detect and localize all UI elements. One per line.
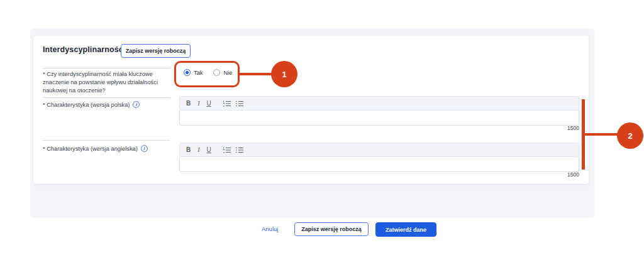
editor-toolbar: B I U bbox=[179, 143, 579, 157]
rich-text-editor-polish: B I U bbox=[179, 96, 579, 126]
annotation-connector-2 bbox=[584, 133, 618, 136]
info-icon[interactable]: i bbox=[133, 101, 140, 108]
annotation-box-radio-group bbox=[174, 61, 240, 87]
save-draft-button-bottom[interactable]: Zapisz wersję roboczą bbox=[294, 222, 369, 236]
underline-button[interactable]: U bbox=[207, 147, 211, 153]
char-counter-english: 1500 bbox=[567, 171, 579, 178]
char-counter-polish: 1500 bbox=[567, 125, 579, 131]
page-title: Interdyscyplinarność bbox=[43, 45, 123, 54]
field-label-english: * Charakterystyka (wersja angielska) i bbox=[43, 145, 148, 152]
section-divider bbox=[43, 140, 170, 141]
bold-button[interactable]: B bbox=[186, 147, 191, 153]
ordered-list-icon[interactable] bbox=[223, 100, 231, 107]
field-label-text: * Charakterystyka (wersja polska) bbox=[43, 102, 130, 108]
form-card: Interdyscyplinarność Zapisz wersję roboc… bbox=[33, 36, 589, 184]
rich-text-editor-english: B I U bbox=[179, 143, 579, 172]
ordered-list-icon[interactable] bbox=[223, 147, 231, 153]
cancel-button[interactable]: Anuluj bbox=[262, 225, 278, 232]
bold-button[interactable]: B bbox=[186, 100, 191, 107]
italic-button[interactable]: I bbox=[197, 100, 199, 107]
underline-button[interactable]: U bbox=[207, 100, 211, 107]
editor-textarea-english[interactable] bbox=[179, 157, 579, 172]
question-label: * Czy interdyscyplinarność miała kluczow… bbox=[43, 70, 177, 94]
save-draft-button-top[interactable]: Zapisz wersję roboczą bbox=[121, 44, 191, 58]
editor-toolbar: B I U bbox=[179, 96, 579, 111]
section-divider bbox=[43, 68, 170, 68]
unordered-list-icon[interactable] bbox=[236, 100, 243, 107]
section-divider bbox=[43, 97, 170, 98]
annotation-connector-1 bbox=[240, 73, 272, 75]
submit-button[interactable]: Zatwierdź dane bbox=[375, 222, 436, 237]
annotation-callout-1: 1 bbox=[271, 61, 297, 87]
field-label-polish: * Charakterystyka (wersja polska) i bbox=[43, 101, 140, 108]
annotation-callout-2: 2 bbox=[617, 122, 643, 149]
editor-textarea-polish[interactable] bbox=[179, 111, 579, 126]
info-icon[interactable]: i bbox=[141, 145, 148, 152]
page: Interdyscyplinarność Zapisz wersję roboc… bbox=[0, 0, 644, 265]
unordered-list-icon[interactable] bbox=[236, 147, 243, 153]
field-label-text: * Charakterystyka (wersja angielska) bbox=[43, 146, 138, 152]
italic-button[interactable]: I bbox=[197, 147, 199, 153]
form-panel: Interdyscyplinarność Zapisz wersję roboc… bbox=[30, 28, 594, 218]
